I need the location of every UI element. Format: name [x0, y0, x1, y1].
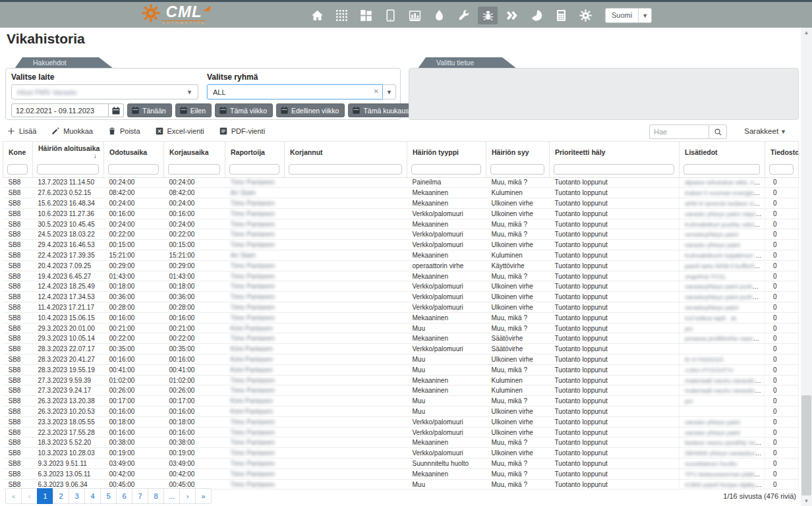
scroll-down-arrow[interactable]: ▼ [801, 496, 812, 506]
edit-button[interactable]: Muokkaa [51, 126, 93, 136]
nav-bar-chart-icon[interactable] [405, 7, 424, 24]
page-ellipsis-button[interactable]: ... [163, 488, 180, 504]
nav-home-icon[interactable] [307, 7, 327, 24]
table-row[interactable]: SB810.3.2023 10.28.0300:19:0000:19:00Tim… [3, 448, 799, 459]
table-row[interactable]: SB826.3.2023 13.20.3800:17:0000:17:00Kim… [3, 396, 799, 407]
table-row[interactable]: SB811.4.2023 17.21.1700:28:0000:28:00Tim… [3, 302, 799, 313]
scroll-up-arrow[interactable]: ▲ [801, 28, 812, 38]
page-button-5[interactable]: 5 [100, 488, 117, 504]
col-header-lisatiedot[interactable]: Lisätiedot [680, 142, 765, 162]
nav-tablet-icon[interactable] [380, 7, 400, 24]
page-button-6[interactable]: 6 [116, 488, 132, 504]
table-row[interactable]: SB89.3.2023 9.51.1103:49:0003:49:00Timo … [3, 459, 799, 469]
filter-input-tiedostoa[interactable] [769, 164, 794, 175]
table-row[interactable]: SB822.4.2023 17.39.3515:21:0015:21:00Ari… [3, 250, 799, 261]
page-button-7[interactable]: 7 [132, 488, 148, 504]
filter-input-aloitus[interactable] [37, 164, 99, 175]
page-last-button[interactable]: » [195, 488, 212, 504]
page-button-3[interactable]: 3 [69, 488, 85, 504]
table-row[interactable]: SB828.3.2023 19.55.1900:41:0000:41:00Kim… [3, 364, 799, 375]
nav-tags-icon[interactable] [502, 7, 522, 24]
col-header-syy[interactable]: Häiriön syy [486, 142, 550, 162]
calendar-icon[interactable] [109, 103, 124, 117]
page-button-2[interactable]: 2 [53, 488, 69, 504]
table-row[interactable]: SB818.3.2023 5.52.2000:38:0000:38:00Timo… [3, 437, 799, 448]
nav-flame-icon[interactable] [429, 7, 449, 24]
add-button[interactable]: Lisää [7, 126, 36, 136]
search-input[interactable] [649, 125, 709, 139]
page-button-1[interactable]: 1 [37, 488, 53, 504]
columns-dropdown-button[interactable]: Sarakkeet▼ [744, 127, 786, 135]
quick-date-button-2[interactable]: Eilen [175, 103, 212, 117]
table-row[interactable]: SB813.7.2023 11.14.5000:24:0000:24:00Tim… [3, 177, 799, 188]
table-row[interactable]: SB827.3.2023 9.24.1700:26:0000:26:00Timo… [3, 385, 799, 396]
filter-input-odotus[interactable] [108, 164, 159, 175]
col-header-tiedostoa[interactable]: Tiedostoa [765, 142, 799, 162]
table-row[interactable]: SB819.4.2023 6.45.2701:43:0001:43:00Timo… [3, 271, 799, 281]
delete-button[interactable]: Poista [107, 126, 140, 136]
nav-calculator-icon[interactable] [551, 7, 571, 24]
table-row[interactable]: SB815.6.2023 16.48.3400:24:0000:24:00Tim… [3, 198, 799, 209]
col-header-tyyppi[interactable]: Häiriön tyyppi [407, 142, 486, 162]
page-next-button[interactable]: › [179, 488, 196, 504]
page-prev-button[interactable]: ‹ [21, 488, 38, 504]
table-row[interactable]: SB820.4.2023 7.09.2500:29:0000:29:00Timo… [3, 260, 799, 271]
excel-export-button[interactable]: Excel-vienti [155, 126, 204, 136]
quick-date-button-4[interactable]: Edellinen viikko [276, 103, 345, 117]
filter-input-lisatiedot[interactable] [683, 164, 760, 175]
table-row[interactable]: SB822.3.2023 17.55.2800:16:0000:16:00Tim… [3, 427, 799, 437]
table-row[interactable]: SB829.3.2023 10.05.1400:22:0000:22:00Tim… [3, 333, 799, 344]
table-row[interactable]: SB828.3.2023 22.07.1700:35:0000:35:00Kim… [3, 344, 799, 354]
col-header-prio[interactable]: Prioriteetti häly [550, 142, 680, 162]
quick-date-button-1[interactable]: Tänään [127, 103, 172, 117]
quick-date-button-5[interactable]: Tämä kuukausi [348, 103, 416, 117]
scrollbar-thumb[interactable] [801, 395, 811, 495]
table-row[interactable]: SB823.3.2023 18.05.5500:18:0000:18:00Tim… [3, 416, 799, 427]
clear-icon[interactable]: ✕ [374, 88, 379, 95]
table-row[interactable]: SB830.5.2023 10.45.4500:24:0000:24:00Tim… [3, 219, 799, 229]
table-row[interactable]: SB829.4.2023 16.46.5300:15:0000:15:00Tim… [3, 240, 799, 250]
date-range-input[interactable] [11, 103, 109, 117]
col-header-raportoija[interactable]: Raportoija [225, 142, 285, 162]
filter-input-kone[interactable] [7, 164, 28, 175]
nav-dashboard-tiles-icon[interactable] [356, 7, 376, 24]
device-select[interactable]: Hissi FMS Varasto ▼ [11, 84, 198, 99]
vertical-scrollbar[interactable]: ▲ ▼ [801, 28, 812, 506]
col-header-odotus[interactable]: Odotusaika [104, 142, 164, 162]
table-row[interactable]: SB812.4.2023 17.34.5300:36:0000:36:00Tim… [3, 292, 799, 302]
chevron-down-icon[interactable]: ▼ [383, 84, 396, 99]
filter-input-tyyppi[interactable] [411, 164, 481, 175]
col-header-kone[interactable]: Kone [3, 142, 33, 162]
nav-bug-icon[interactable] [478, 7, 498, 24]
table-row[interactable]: SB810.6.2023 11.27.3600:16:0000:16:00Tim… [3, 208, 799, 219]
page-button-8[interactable]: 8 [148, 488, 164, 504]
col-header-korjaus[interactable]: Korjausaika [164, 142, 225, 162]
col-header-korjannut[interactable]: Korjannut [285, 142, 407, 162]
table-row[interactable]: SB827.6.2023 0.52.1508:42:0008:42:00Ari … [3, 188, 799, 198]
table-row[interactable]: SB829.3.2023 20.01.0000:21:0000:21:00Kim… [3, 323, 799, 333]
language-select[interactable]: Suomi ▼ [605, 8, 652, 23]
table-row[interactable]: SB826.3.2023 10.20.5300:16:0000:16:00Kim… [3, 407, 799, 417]
table-row[interactable]: SB827.3.2023 9.59.3901:02:0001:02:00Timo… [3, 375, 799, 385]
table-row[interactable]: SB812.4.2023 18.25.4900:18:0000:18:00Tim… [3, 281, 799, 292]
quick-date-button-3[interactable]: Tämä viikko [215, 103, 273, 117]
table-row[interactable]: SB810.4.2023 15.06.1500:16:0000:16:00Tim… [3, 312, 799, 323]
chevron-down-icon[interactable]: ▼ [638, 9, 651, 22]
table-row[interactable]: SB86.3.2023 13.05.1100:42:0000:42:00Timo… [3, 468, 799, 479]
filter-input-raportoija[interactable] [229, 164, 279, 175]
page-first-button[interactable]: « [5, 488, 22, 504]
nav-wrench-icon[interactable] [453, 7, 473, 24]
filter-input-syy[interactable] [490, 164, 544, 175]
nav-pie-chart-icon[interactable] [527, 7, 546, 24]
search-icon[interactable] [709, 125, 727, 139]
nav-apps-grid-icon[interactable] [332, 7, 351, 24]
page-button-4[interactable]: 4 [84, 488, 101, 504]
filter-input-korjaus[interactable] [168, 164, 220, 175]
pdf-export-button[interactable]: PDF-vienti [219, 126, 265, 136]
col-header-aloitus[interactable]: Häiriön aloitusaika↓ [33, 142, 104, 162]
table-row[interactable]: SB828.3.2023 20.41.2700:16:0000:16:00Kim… [3, 354, 799, 365]
table-row[interactable]: SB824.5.2023 18.03.2200:22:0000:22:00Tim… [3, 229, 799, 240]
filter-input-korjannut[interactable] [289, 164, 402, 175]
group-combobox-input[interactable] [207, 84, 383, 99]
nav-gear-icon[interactable] [575, 7, 595, 24]
